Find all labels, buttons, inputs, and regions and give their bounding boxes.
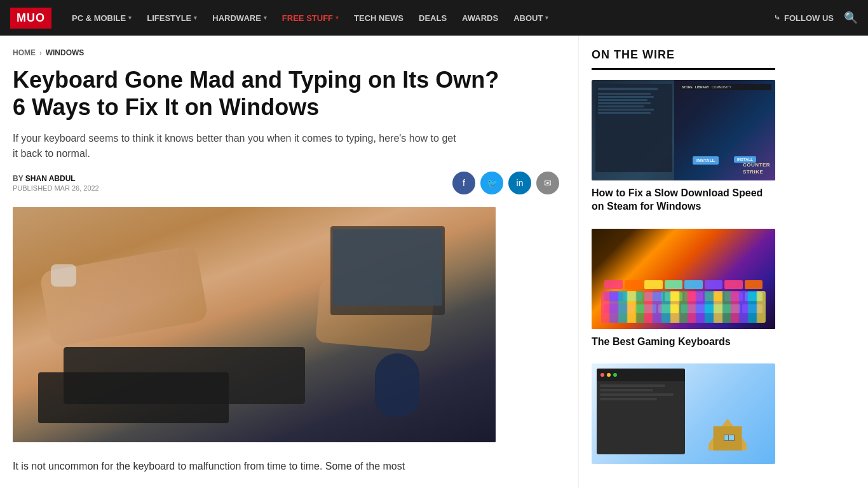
chevron-down-icon: ▾	[194, 15, 197, 21]
article-meta-left: BY SHAN ABDUL PUBLISHED MAR 26, 2022	[13, 174, 99, 192]
wire-item-2-image[interactable]	[592, 229, 775, 329]
follow-us-button[interactable]: ⤷ FOLLOW US	[774, 13, 834, 23]
share-linkedin-button[interactable]: in	[508, 172, 531, 194]
nav-right: ⤷ FOLLOW US 🔍	[774, 11, 858, 25]
published-line: PUBLISHED MAR 26, 2022	[13, 184, 99, 192]
wire-item-2: The Best Gaming Keyboards	[592, 229, 775, 349]
nav-hardware[interactable]: HARDWARE ▾	[205, 0, 275, 36]
chevron-down-icon: ▾	[545, 15, 548, 21]
breadcrumb-current: WINDOWS	[46, 48, 85, 57]
chevron-down-icon: ▾	[336, 15, 339, 21]
linkedin-icon: in	[517, 178, 524, 188]
breadcrumb-separator: ›	[39, 49, 42, 57]
facebook-icon: f	[463, 178, 465, 188]
article-meta: BY SHAN ABDUL PUBLISHED MAR 26, 2022 f 🐦…	[13, 172, 559, 194]
nav-about[interactable]: ABOUT ▾	[506, 0, 556, 36]
email-icon: ✉	[544, 178, 552, 188]
article-body: It is not uncommon for the keyboard to m…	[13, 458, 559, 475]
author-line: BY SHAN ABDUL	[13, 174, 99, 183]
article-description: If your keyboard seems to think it knows…	[13, 131, 458, 161]
share-email-button[interactable]: ✉	[536, 172, 559, 194]
share-twitter-button[interactable]: 🐦	[480, 172, 503, 194]
nav-free-stuff[interactable]: FREE STUFF ▾	[275, 0, 346, 36]
article-hero-image	[13, 207, 496, 442]
wire-item-3-image[interactable]	[592, 363, 775, 464]
share-icon: ⤷	[774, 13, 780, 22]
nav-lifestyle[interactable]: LIFESTYLE ▾	[139, 0, 205, 36]
chevron-down-icon: ▾	[264, 15, 267, 21]
search-icon[interactable]: 🔍	[844, 11, 858, 25]
breadcrumb-home[interactable]: HOME	[13, 48, 36, 57]
social-buttons: f 🐦 in ✉	[452, 172, 559, 194]
sidebar-section-title: ON THE WIRE	[592, 48, 775, 70]
page-wrapper: HOME › WINDOWS Keyboard Gone Mad and Typ…	[0, 36, 868, 488]
author-name[interactable]: SHAN ABDUL	[25, 174, 76, 183]
sidebar: ON THE WIRE COUNTERSTRIKE INSTALL	[578, 36, 775, 488]
breadcrumb: HOME › WINDOWS	[13, 48, 559, 57]
article-title: Keyboard Gone Mad and Typing on Its Own?…	[13, 66, 508, 121]
wire-item-3	[592, 363, 775, 464]
nav-items: PC & MOBILE ▾ LIFESTYLE ▾ HARDWARE ▾ FRE…	[64, 0, 774, 36]
twitter-icon: 🐦	[487, 178, 498, 188]
published-date: MAR 26, 2022	[54, 184, 98, 192]
article-body-text: It is not uncommon for the keyboard to m…	[13, 458, 559, 475]
chevron-down-icon: ▾	[128, 15, 132, 21]
share-facebook-button[interactable]: f	[452, 172, 475, 194]
nav-pc-mobile[interactable]: PC & MOBILE ▾	[64, 0, 139, 36]
nav-awards[interactable]: AWARDS	[454, 0, 506, 36]
main-content: HOME › WINDOWS Keyboard Gone Mad and Typ…	[13, 36, 578, 488]
wire-item-2-title[interactable]: The Best Gaming Keyboards	[592, 336, 775, 349]
main-nav: MUO PC & MOBILE ▾ LIFESTYLE ▾ HARDWARE ▾…	[0, 0, 868, 36]
wire-item-1: COUNTERSTRIKE INSTALL	[592, 80, 775, 214]
nav-tech-news[interactable]: TECH NEWS	[346, 0, 411, 36]
wire-item-1-title[interactable]: How to Fix a Slow Download Speed on Stea…	[592, 187, 775, 214]
wire-item-1-image[interactable]: COUNTERSTRIKE INSTALL	[592, 80, 775, 180]
nav-deals[interactable]: DEALS	[411, 0, 454, 36]
site-logo[interactable]: MUO	[10, 8, 51, 29]
